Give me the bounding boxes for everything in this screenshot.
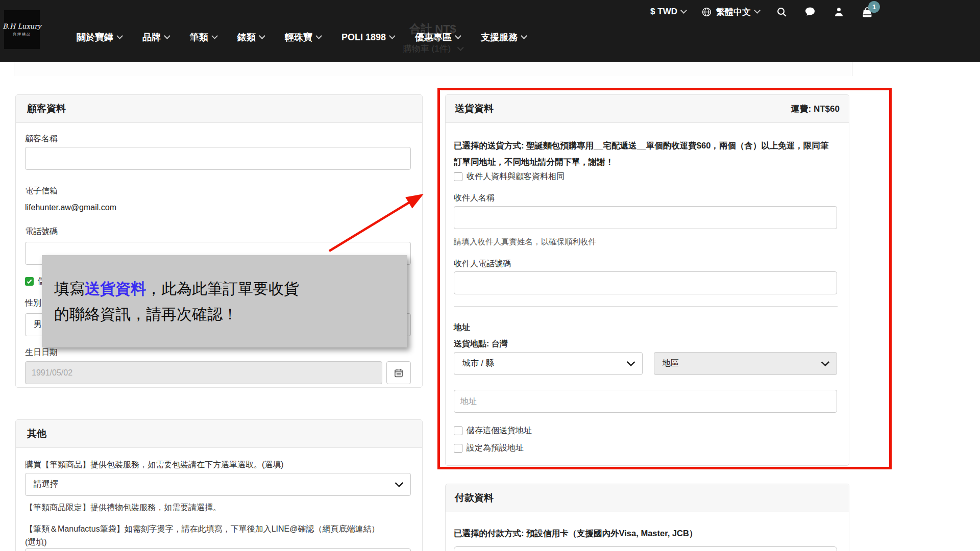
menu-item-watches[interactable]: 錶類 <box>237 31 264 43</box>
same-as-customer-label: 收件人資料與顧客資料相同 <box>467 171 565 182</box>
top-navigation: 合計 NT$ 購物車 (1件) B.H Luxury 寶鏵精品 關於寶鏵 品牌 … <box>0 0 980 62</box>
language-selector[interactable]: 繁體中文 <box>701 6 760 18</box>
chevron-down-icon <box>164 33 170 39</box>
payment-card-header: 付款資料 <box>446 484 849 512</box>
email-label: 電子信箱 <box>25 186 58 196</box>
customer-name-label: 顧客名稱 <box>25 134 58 144</box>
payment-input[interactable] <box>454 546 837 551</box>
chat-button[interactable] <box>803 5 817 18</box>
birthday-calendar-button[interactable] <box>386 361 411 384</box>
packaging-select[interactable]: 請選擇 <box>25 473 411 496</box>
checkbox-checked-icon <box>25 277 34 286</box>
email-value: lifehunter.aw@gmail.com <box>25 203 116 212</box>
same-as-customer-checkbox[interactable]: 收件人資料與顧客資料相同 <box>454 171 565 182</box>
chevron-down-icon <box>455 33 461 39</box>
city-select[interactable]: 城市 / 縣 <box>454 352 643 375</box>
checkbox-unchecked-icon <box>454 172 462 181</box>
chevron-down-icon <box>627 358 635 367</box>
chevron-down-icon <box>754 7 761 14</box>
engraving-text-line1: 【筆類＆Manufactus筆袋】如需刻字燙字，請在此填寫，下單後加入LINE@… <box>25 524 380 535</box>
globe-icon <box>701 7 712 17</box>
search-icon <box>776 6 788 18</box>
menu-item-support[interactable]: 支援服務 <box>481 31 526 43</box>
birthday-input <box>25 361 382 384</box>
chevron-down-icon <box>521 33 527 39</box>
address-input[interactable] <box>454 390 837 413</box>
packaging-select-value: 請選擇 <box>34 479 58 490</box>
address-divider <box>454 306 838 307</box>
packaging-hint: 【筆類商品限定】提供禮物包裝服務，如需要請選擇。 <box>25 503 221 513</box>
destination-label: 送貨地點: 台灣 <box>454 339 508 349</box>
calendar-icon <box>394 368 404 378</box>
recipient-name-hint: 請填入收件人真實姓名，以確保順利收件 <box>454 237 596 247</box>
payment-info-card: 付款資料 已選擇的付款方式: 預設信用卡（支援國內外Visa, Master, … <box>445 484 849 551</box>
payment-method-text: 已選擇的付款方式: 預設信用卡（支援國內外Visa, Master, JCB） <box>454 525 837 541</box>
payment-card-title: 付款資料 <box>455 491 494 505</box>
annotation-tooltip: 填寫送貨資料，此為此筆訂單要收貨 的聯絡資訊，請再次確認！ <box>42 255 407 347</box>
chevron-down-icon <box>680 7 687 14</box>
shipping-card-header: 送貨資料 運費: NT$60 <box>446 95 849 123</box>
menu-item-jewelry[interactable]: 輕珠寶 <box>285 31 321 43</box>
chat-icon <box>804 6 816 18</box>
recipient-name-label: 收件人名稱 <box>454 193 495 204</box>
cart-count-badge: 1 <box>868 1 880 13</box>
account-button[interactable] <box>832 5 845 18</box>
packaging-text: 購買【筆類商品】提供包裝服務，如需要包裝請在下方選單選取。(選填) <box>25 460 284 470</box>
recipient-name-input[interactable] <box>454 206 837 229</box>
chevron-down-icon <box>211 33 218 39</box>
brand-logo-text: B.H Luxury <box>3 22 41 30</box>
shipping-card-title: 送貨資料 <box>455 102 494 115</box>
menu-item-brands[interactable]: 品牌 <box>142 31 169 43</box>
other-card-title: 其他 <box>27 427 46 440</box>
shipping-fee-label: 運費: NT$60 <box>791 103 840 115</box>
engraving-input[interactable] <box>25 548 411 551</box>
chevron-down-icon <box>395 479 404 488</box>
gender-value: 男 <box>34 319 42 330</box>
shipping-info-card: 送貨資料 運費: NT$60 已選擇的送貨方式: 聖誕麵包預購專用__宅配遞送_… <box>445 94 849 466</box>
customer-card-header: 顧客資料 <box>16 95 422 123</box>
menu-item-about[interactable]: 關於寶鏵 <box>77 31 122 43</box>
currency-selector[interactable]: $ TWD <box>650 7 686 17</box>
person-icon <box>833 6 845 18</box>
menu-item-poli-1898[interactable]: POLI 1898 <box>341 32 395 43</box>
birthday-label: 生日日期 <box>25 347 58 358</box>
brand-logo-subtext: 寶鏵精品 <box>13 32 31 37</box>
chevron-down-icon <box>259 33 265 39</box>
gender-label: 性別 <box>25 298 41 309</box>
district-select-value: 地區 <box>663 358 679 369</box>
tooltip-line2: 的聯絡資訊，請再次確認！ <box>54 302 407 327</box>
recipient-phone-label: 收件人電話號碼 <box>454 259 511 269</box>
chevron-down-icon <box>389 33 396 39</box>
chevron-down-icon <box>821 358 830 367</box>
main-menu: 關於寶鏵 品牌 筆類 錶類 輕珠寶 POLI 1898 優惠專區 支援服務 <box>77 27 526 48</box>
checkbox-unchecked-icon <box>454 427 462 435</box>
default-address-checkbox[interactable]: 設定為預設地址 <box>454 443 524 454</box>
district-select[interactable]: 地區 <box>654 352 837 375</box>
chevron-down-icon <box>116 33 123 39</box>
chevron-down-icon <box>315 33 322 39</box>
save-address-checkbox[interactable]: 儲存這個送貨地址 <box>454 425 532 436</box>
customer-card-title: 顧客資料 <box>27 102 66 115</box>
other-options-card: 其他 購買【筆類商品】提供包裝服務，如需要包裝請在下方選單選取。(選填) 請選擇… <box>15 419 423 551</box>
menu-item-pens[interactable]: 筆類 <box>190 31 217 43</box>
checkbox-unchecked-icon <box>454 444 462 453</box>
save-address-label: 儲存這個送貨地址 <box>467 425 532 436</box>
other-card-header: 其他 <box>16 420 422 448</box>
cart-button[interactable]: 1 <box>861 5 874 18</box>
shipping-method-text: 已選擇的送貨方式: 聖誕麵包預購專用__宅配遞送__單個酌收運費$60，兩個（含… <box>454 137 837 170</box>
customer-name-input[interactable] <box>25 147 411 170</box>
phone-label: 電話號碼 <box>25 227 58 237</box>
tooltip-highlight: 送貨資料 <box>85 280 146 297</box>
menu-item-promotions[interactable]: 優惠專區 <box>415 31 460 43</box>
nav-utility-bar: $ TWD 繁體中文 <box>650 3 874 20</box>
recipient-phone-input[interactable] <box>454 271 837 294</box>
search-button[interactable] <box>775 5 788 18</box>
tooltip-line1: 填寫送貨資料，此為此筆訂單要收貨 <box>54 276 407 302</box>
brand-logo[interactable]: B.H Luxury 寶鏵精品 <box>4 10 40 49</box>
default-address-label: 設定為預設地址 <box>467 443 524 454</box>
engraving-text-line2: (選填) <box>25 537 47 548</box>
city-select-value: 城市 / 縣 <box>462 358 494 369</box>
address-section-label: 地址 <box>454 322 470 333</box>
